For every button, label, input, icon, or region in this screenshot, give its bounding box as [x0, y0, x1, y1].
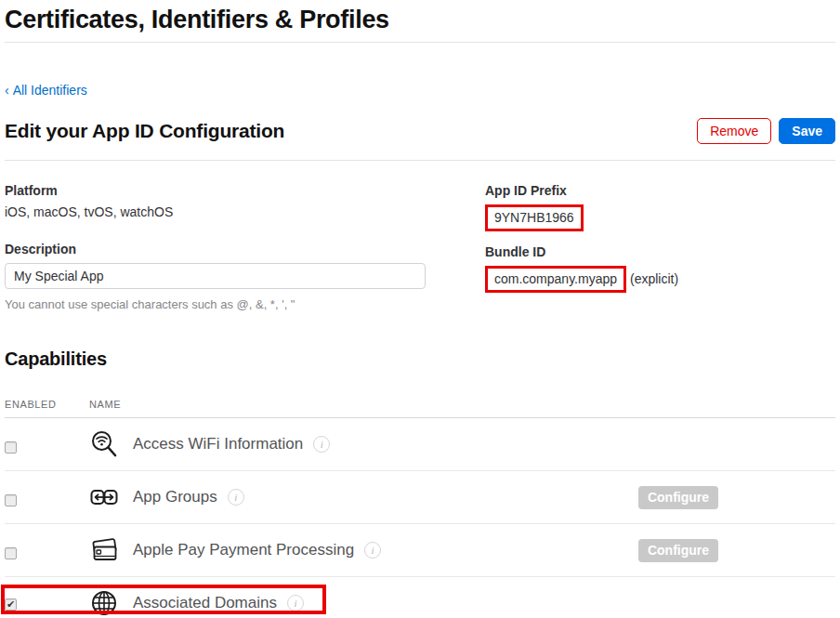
info-icon[interactable]: i	[228, 489, 244, 506]
save-button[interactable]: Save	[779, 118, 835, 144]
globe-icon	[89, 588, 133, 618]
info-icon[interactable]: i	[287, 595, 304, 611]
page: Certificates, Identifiers & Profiles ‹Al…	[0, 0, 840, 618]
checkbox-cell: ✔	[5, 595, 89, 611]
back-link-all-identifiers[interactable]: ‹All Identifiers	[5, 83, 87, 98]
bundle-id-value: com.company.myapp	[494, 271, 617, 286]
configure-apple-pay-button[interactable]: Configure	[638, 539, 718, 562]
remove-button[interactable]: Remove	[697, 118, 771, 144]
capability-name: Associated Domains	[133, 594, 277, 612]
capability-row-apple-pay: Apple Pay Payment Processing i Configure	[5, 524, 835, 577]
app-id-prefix-label: App ID Prefix	[485, 183, 835, 198]
description-help-text: You cannot use special characters such a…	[5, 297, 485, 311]
apple-pay-checkbox[interactable]	[5, 547, 17, 559]
description-input[interactable]	[5, 263, 426, 289]
app-id-prefix-highlight-box: 9YN7HB1966	[485, 204, 584, 231]
bundle-id-label: Bundle ID	[485, 244, 835, 259]
capability-row-associated-domains: ✔ Associated Domains i	[5, 577, 835, 618]
capability-name: Access WiFi Information	[133, 435, 303, 454]
configure-app-groups-button[interactable]: Configure	[638, 486, 718, 509]
column-header-enabled: ENABLED	[5, 399, 89, 410]
checkbox-cell	[5, 541, 89, 560]
platform-block: Platform iOS, macOS, tvOS, watchOS	[5, 183, 485, 219]
section-actions: Remove Save	[697, 118, 835, 144]
app-id-form: Platform iOS, macOS, tvOS, watchOS Descr…	[5, 183, 835, 311]
form-right-column: App ID Prefix 9YN7HB1966 Bundle ID com.c…	[485, 183, 835, 311]
platform-label: Platform	[5, 183, 485, 198]
column-header-name: NAME	[89, 399, 121, 410]
bundle-id-highlight-box: com.company.myapp	[485, 266, 626, 293]
app-groups-checkbox[interactable]	[5, 494, 17, 506]
associated-domains-checkbox[interactable]: ✔	[5, 598, 17, 611]
access-wifi-checkbox[interactable]	[5, 441, 17, 454]
capability-row-app-groups: App Groups i Configure	[5, 471, 835, 524]
platform-value: iOS, macOS, tvOS, watchOS	[5, 204, 485, 219]
app-id-prefix-block: App ID Prefix 9YN7HB1966	[485, 183, 835, 231]
chevron-left-icon: ‹	[5, 83, 9, 98]
section-title: Edit your App ID Configuration	[5, 120, 284, 142]
page-title: Certificates, Identifiers & Profiles	[5, 0, 835, 43]
info-icon[interactable]: i	[313, 436, 330, 453]
checkbox-cell	[5, 488, 89, 507]
capabilities-title: Capabilities	[5, 348, 835, 370]
checkmark: ✔	[7, 599, 15, 610]
wifi-search-icon	[89, 429, 133, 459]
back-link-label: All Identifiers	[13, 83, 87, 98]
capability-name: App Groups	[133, 488, 217, 506]
bundle-id-suffix: (explicit)	[630, 271, 678, 286]
bundle-id-block: Bundle ID com.company.myapp(explicit)	[485, 244, 835, 293]
info-icon[interactable]: i	[364, 542, 381, 559]
description-label: Description	[5, 242, 485, 256]
capability-row-access-wifi-information: Access WiFi Information i	[5, 418, 835, 471]
capability-name: Apple Pay Payment Processing	[133, 541, 354, 559]
apple-pay-icon	[89, 535, 133, 565]
capabilities-table-header: ENABLED NAME	[5, 399, 835, 418]
section-header: Edit your App ID Configuration Remove Sa…	[5, 118, 835, 161]
app-groups-icon	[89, 482, 133, 512]
form-left-column: Platform iOS, macOS, tvOS, watchOS Descr…	[5, 183, 485, 311]
checkbox-cell	[5, 435, 89, 454]
app-id-prefix-value: 9YN7HB1966	[494, 210, 574, 225]
